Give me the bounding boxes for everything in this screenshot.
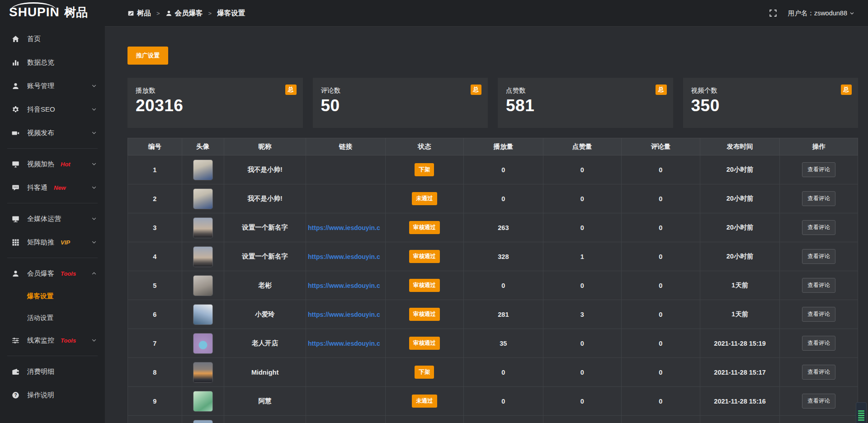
table-row: 4设置一个新名字https://www.iesdouyin.c审核通过32810… [128,242,858,271]
status-badge: 下架 [415,163,434,176]
sidebar-item-data-overview[interactable]: 数据总览 [0,51,105,74]
cell-status: 审核通过 [386,242,464,271]
cell-action: 查看评论 [780,184,858,213]
video-icon [12,129,19,137]
chevron-down-icon [91,161,97,167]
cell-link [306,184,386,213]
video-link[interactable]: https://www.iesdouyin.c [308,311,380,318]
video-link[interactable]: https://www.iesdouyin.c [308,224,380,231]
cell-avatar [182,358,224,387]
cell-plays: 35 [463,329,543,358]
sidebar-item-operation-guide[interactable]: ?操作说明 [0,383,105,407]
cell-comments: 0 [621,358,700,387]
view-comments-button[interactable]: 查看评论 [802,365,835,380]
view-comments-button[interactable]: 查看评论 [802,191,835,206]
cell-action: 查看评论 [780,155,858,184]
video-link[interactable]: https://www.iesdouyin.c [308,340,380,347]
cell-plays: 0 [463,271,543,300]
screen-play-icon [12,160,19,168]
user-menu[interactable]: 用户名：zswodun88 [788,9,854,18]
topbar: 树品>会员爆客>爆客设置 用户名：zswodun88 [105,0,868,27]
sidebar-item-video-publish[interactable]: 视频发布 [0,121,105,145]
sidebar-item-clue-monitor[interactable]: 线索监控Tools [0,329,105,352]
video-link[interactable]: https://www.iesdouyin.c [308,282,380,289]
green-bars-icon [858,417,864,418]
cell-nickname: 阿慧 [224,387,306,416]
column-header: 评论量 [621,138,700,155]
floating-widget[interactable] [856,402,867,423]
cell-plays: 263 [463,213,543,242]
cell-time: 2021-11-28 15:17 [700,358,780,387]
sidebar-item-douketong[interactable]: 抖客通New [0,176,105,199]
cell-likes: 0 [543,329,621,358]
sidebar-item-label: 视频发布 [27,129,54,137]
cell-comments: 0 [621,329,700,358]
cell-nickname: 我不是小帅! [224,184,306,213]
stat-card: 播放数20316总 [127,78,303,128]
cell-id: 9 [128,387,182,416]
cell-nickname: Midnight [224,358,306,387]
cell-status [386,416,464,423]
green-bars-icon [858,419,864,421]
table-row: 1我不是小帅!下架00020小时前查看评论 [128,155,858,184]
promo-settings-button[interactable]: 推广设置 [127,47,168,65]
cell-avatar [182,300,224,329]
column-header: 昵称 [224,138,306,155]
cell-likes: 0 [543,213,621,242]
view-comments-button[interactable]: 查看评论 [802,307,835,322]
fullscreen-icon[interactable] [769,9,777,17]
cell-nickname: 设置一个新名字 [224,242,306,271]
sidebar-item-label: 全媒体运营 [27,215,61,223]
avatar [193,160,212,180]
sidebar-item-tag: Hot [61,161,71,168]
cell-action: 查看评论 [780,358,858,387]
view-comments-button[interactable]: 查看评论 [802,220,835,235]
cell-comments: 0 [621,242,700,271]
sidebar-item-label: 抖音SEO [27,105,55,114]
sidebar-item-video-heat[interactable]: 视频加热Hot [0,152,105,176]
cell-time: 2021-11-28 15:19 [700,329,780,358]
view-comments-button[interactable]: 查看评论 [802,394,835,409]
videos-table: 编号头像昵称链接状态播放量点赞量评论量发布时间操作 1我不是小帅!下架00020… [127,138,858,423]
column-header: 头像 [182,138,224,155]
cell-nickname: 老彬 [224,271,306,300]
table-row: 8Midnight下架0002021-11-28 15:17查看评论 [128,358,858,387]
stat-card-value: 350 [691,96,851,115]
sidebar-item-label: 账号管理 [27,82,54,90]
cell-time [700,416,780,423]
view-comments-button[interactable]: 查看评论 [802,162,835,177]
cell-avatar [182,329,224,358]
cell-likes: 3 [543,300,621,329]
cell-likes: 0 [543,184,621,213]
topbar-right: 用户名：zswodun88 [769,9,854,18]
sidebar-item-consume-detail[interactable]: 消费明细 [0,360,105,383]
breadcrumb-item[interactable]: 会员爆客 [165,9,203,18]
sidebar-subitem-baoke-settings[interactable]: 爆客设置 [0,285,105,307]
breadcrumb-item[interactable]: 树品 [127,9,151,18]
cell-status: 审核通过 [386,300,464,329]
sidebar-item-home[interactable]: 首页 [0,27,105,51]
sidebar-item-member-baoke[interactable]: 会员爆客Tools [0,262,105,285]
breadcrumb-label: 树品 [137,9,151,18]
wallet-icon [12,368,19,376]
sidebar-subitem-activity-settings[interactable]: 活动设置 [0,307,105,329]
view-comments-button[interactable]: 查看评论 [802,278,835,293]
sidebar-item-matrix-boost[interactable]: 矩阵助推VIP [0,230,105,254]
table-row: 7老人开店https://www.iesdouyin.c审核通过35002021… [128,329,858,358]
logo-arc-decoration [11,2,56,10]
avatar [193,420,212,423]
sidebar-item-douyin-seo[interactable]: 抖音SEO [0,98,105,121]
status-badge: 下架 [415,366,434,379]
user-icon [12,82,19,90]
status-badge: 审核通过 [409,308,440,321]
cell-link: https://www.iesdouyin.c [306,213,386,242]
table-row [128,416,858,423]
bar-chart-icon [12,59,19,66]
view-comments-button[interactable]: 查看评论 [802,336,835,351]
cell-status: 审核通过 [386,329,464,358]
video-link[interactable]: https://www.iesdouyin.c [308,253,380,260]
avatar [193,189,212,209]
sidebar-item-media-operation[interactable]: 全媒体运营 [0,207,105,230]
view-comments-button[interactable]: 查看评论 [802,249,835,264]
sidebar-item-account-manage[interactable]: 账号管理 [0,74,105,98]
